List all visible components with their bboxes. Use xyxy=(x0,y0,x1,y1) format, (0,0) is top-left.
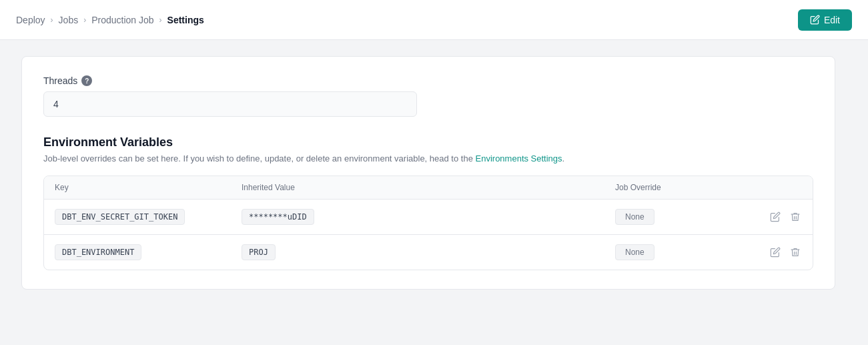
row2-edit-icon xyxy=(770,247,781,258)
top-bar: Deploy › Jobs › Production Job › Setting… xyxy=(0,0,868,40)
breadcrumb-jobs[interactable]: Jobs xyxy=(59,15,79,25)
row1-key-badge: DBT_ENV_SECRET_GIT_TOKEN xyxy=(55,209,185,225)
env-settings-link[interactable]: Environments Settings xyxy=(476,153,562,163)
row2-delete-icon xyxy=(790,247,801,258)
breadcrumb-settings: Settings xyxy=(167,15,204,25)
row1-delete-button[interactable] xyxy=(789,210,802,224)
env-vars-section: Environment Variables Job-level override… xyxy=(43,135,813,270)
env-vars-title: Environment Variables xyxy=(43,135,813,149)
threads-section: Threads ? 4 xyxy=(43,75,813,117)
row2-value-badge: PROJ xyxy=(242,244,276,260)
table-row: DBT_ENV_SECRET_GIT_TOKEN ********uDID No… xyxy=(44,200,813,235)
row1-delete-icon xyxy=(790,212,801,222)
row1-override: None xyxy=(615,209,749,225)
env-vars-desc: Job-level overrides can be set here. If … xyxy=(43,153,813,163)
col-inherited: Inherited Value xyxy=(242,183,615,192)
env-vars-table: Key Inherited Value Job Override DBT_ENV… xyxy=(43,176,813,270)
row1-actions xyxy=(749,210,802,224)
settings-card: Threads ? 4 Environment Variables Job-le… xyxy=(21,56,835,290)
row2-key: DBT_ENVIRONMENT xyxy=(55,244,242,260)
edit-label: Edit xyxy=(824,15,840,25)
col-actions xyxy=(749,183,802,192)
threads-label: Threads ? xyxy=(43,75,813,86)
row2-key-badge: DBT_ENVIRONMENT xyxy=(55,244,141,260)
row1-value-badge: ********uDID xyxy=(242,209,314,225)
breadcrumb-sep-2: › xyxy=(83,15,86,25)
main-content: Threads ? 4 Environment Variables Job-le… xyxy=(0,40,868,306)
row2-edit-button[interactable] xyxy=(769,246,782,259)
row2-override-badge: None xyxy=(615,244,655,260)
row1-edit-button[interactable] xyxy=(769,210,782,224)
env-table-header: Key Inherited Value Job Override xyxy=(44,176,813,200)
row1-edit-icon xyxy=(770,212,781,222)
row1-override-badge: None xyxy=(615,209,655,225)
row2-override: None xyxy=(615,244,749,260)
breadcrumb: Deploy › Jobs › Production Job › Setting… xyxy=(16,15,204,25)
row2-delete-button[interactable] xyxy=(789,246,802,259)
breadcrumb-deploy[interactable]: Deploy xyxy=(16,15,45,25)
threads-value: 4 xyxy=(43,91,417,117)
threads-help-icon[interactable]: ? xyxy=(81,75,92,86)
breadcrumb-production-job[interactable]: Production Job xyxy=(91,15,153,25)
table-row: DBT_ENVIRONMENT PROJ None xyxy=(44,235,813,270)
col-key: Key xyxy=(55,183,242,192)
edit-icon xyxy=(810,15,820,25)
col-override: Job Override xyxy=(615,183,749,192)
row2-inherited: PROJ xyxy=(242,244,615,260)
row1-key: DBT_ENV_SECRET_GIT_TOKEN xyxy=(55,209,242,225)
edit-button[interactable]: Edit xyxy=(798,9,852,31)
breadcrumb-sep-1: › xyxy=(51,15,53,25)
row2-actions xyxy=(749,246,802,259)
row1-inherited: ********uDID xyxy=(242,209,615,225)
breadcrumb-sep-3: › xyxy=(159,15,162,25)
